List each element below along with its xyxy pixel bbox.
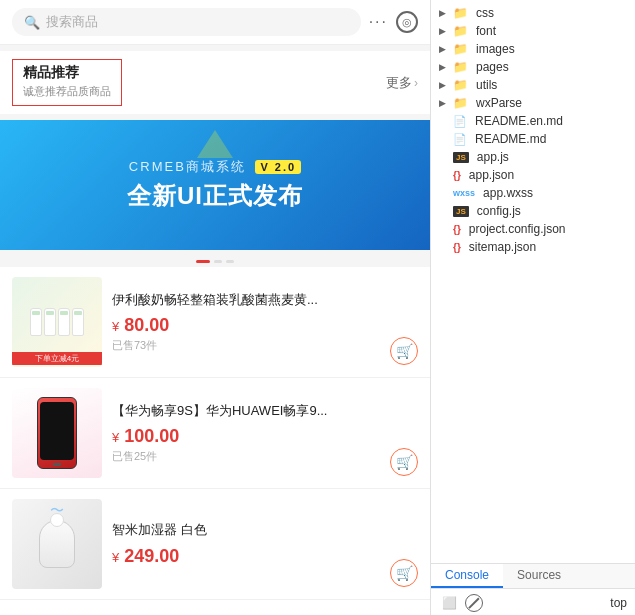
tree-item-app-json[interactable]: {}app.json bbox=[431, 166, 635, 184]
tree-item-app-js[interactable]: JSapp.js bbox=[431, 148, 635, 166]
product-list: 下单立减4元 伊利酸奶畅轻整箱装乳酸菌燕麦黄... ¥ 80.00 已售73件 … bbox=[0, 267, 430, 615]
banner-system-name: CRMEB商城系统 V 2.0 bbox=[127, 158, 303, 176]
price-symbol: ¥ bbox=[112, 550, 119, 565]
tree-label: app.json bbox=[469, 168, 514, 182]
banner: CRMEB商城系统 V 2.0 全新UI正式发布 bbox=[0, 120, 430, 250]
search-bar: 🔍 搜索商品 ··· ◎ bbox=[0, 0, 430, 45]
tree-label: sitemap.json bbox=[469, 240, 536, 254]
tree-item-sitemap-json[interactable]: {}sitemap.json bbox=[431, 238, 635, 256]
tree-label: font bbox=[476, 24, 496, 38]
tree-label: README.en.md bbox=[475, 114, 563, 128]
devtools-toolbar: ⬜ top bbox=[431, 589, 635, 615]
banner-version: V 2.0 bbox=[255, 160, 301, 174]
devtools-bottom: Console Sources ⬜ top bbox=[431, 563, 635, 615]
tree-item-readme-en-md[interactable]: 📄README.en.md bbox=[431, 112, 635, 130]
tree-item-font[interactable]: ▶📁font bbox=[431, 22, 635, 40]
milk-bottle bbox=[58, 308, 70, 336]
banner-pagination bbox=[0, 256, 430, 267]
list-item[interactable]: 【华为畅享9S】华为HUAWEI畅享9... ¥ 100.00 已售25件 🛒 bbox=[0, 378, 430, 489]
tree-arrow: ▶ bbox=[439, 98, 449, 108]
product-sold: 已售73件 bbox=[112, 338, 388, 353]
chevron-right-icon: › bbox=[414, 76, 418, 90]
tree-item-images[interactable]: ▶📁images bbox=[431, 40, 635, 58]
tree-item-wxparse[interactable]: ▶📁wxParse bbox=[431, 94, 635, 112]
tab-sources[interactable]: Sources bbox=[503, 564, 575, 588]
product-price: ¥ 249.00 bbox=[112, 546, 388, 567]
milk-bottles-decoration bbox=[30, 308, 84, 336]
pagination-dot bbox=[226, 260, 234, 263]
more-dots-icon[interactable]: ··· bbox=[369, 13, 388, 31]
devtools-tab-bar: Console Sources bbox=[431, 564, 635, 589]
tree-item-app-wxss[interactable]: wxssapp.wxss bbox=[431, 184, 635, 202]
tree-item-config-js[interactable]: JSconfig.js bbox=[431, 202, 635, 220]
folder-icon: 📁 bbox=[453, 60, 468, 74]
tree-label: pages bbox=[476, 60, 509, 74]
price-value: 249.00 bbox=[124, 546, 179, 566]
tree-label: app.wxss bbox=[483, 186, 533, 200]
section-header: 精品推荐 诚意推荐品质商品 更多 › bbox=[0, 51, 430, 114]
inspect-icon[interactable]: ⬜ bbox=[439, 593, 459, 613]
tree-label: app.js bbox=[477, 150, 509, 164]
clear-icon[interactable] bbox=[465, 594, 483, 612]
list-item[interactable]: 〜 智米加湿器 白色 ¥ 249.00 🛒 bbox=[0, 489, 430, 600]
tree-label: wxParse bbox=[476, 96, 522, 110]
json-icon: {} bbox=[453, 170, 461, 181]
section-title: 精品推荐 bbox=[23, 64, 111, 82]
tree-item-project-config-json[interactable]: {}project.config.json bbox=[431, 220, 635, 238]
wxss-icon: wxss bbox=[453, 188, 475, 198]
tree-label: css bbox=[476, 6, 494, 20]
mobile-preview-panel: 🔍 搜索商品 ··· ◎ 精品推荐 诚意推荐品质商品 更多 › CRMEB商城系… bbox=[0, 0, 430, 615]
section-title-box: 精品推荐 诚意推荐品质商品 bbox=[12, 59, 122, 106]
product-image-humidifier: 〜 bbox=[12, 499, 102, 589]
tree-label: project.config.json bbox=[469, 222, 566, 236]
product-price: ¥ 80.00 bbox=[112, 315, 388, 336]
price-symbol: ¥ bbox=[112, 430, 119, 445]
product-image-phone bbox=[12, 388, 102, 478]
add-to-cart-button[interactable]: 🛒 bbox=[390, 337, 418, 365]
more-link[interactable]: 更多 › bbox=[386, 74, 418, 92]
price-value: 80.00 bbox=[124, 315, 169, 335]
tree-item-pages[interactable]: ▶📁pages bbox=[431, 58, 635, 76]
tree-arrow: ▶ bbox=[439, 26, 449, 36]
folder-icon: 📁 bbox=[453, 78, 468, 92]
folder-icon: 📁 bbox=[453, 96, 468, 110]
tab-console[interactable]: Console bbox=[431, 564, 503, 588]
product-info: 智米加湿器 白色 ¥ 249.00 bbox=[112, 521, 418, 566]
pagination-dot bbox=[214, 260, 222, 263]
humidifier-decoration: 〜 bbox=[39, 520, 75, 568]
pagination-dot-active bbox=[196, 260, 210, 263]
search-placeholder: 搜索商品 bbox=[46, 13, 98, 31]
product-name: 智米加湿器 白色 bbox=[112, 521, 388, 539]
search-input-wrap[interactable]: 🔍 搜索商品 bbox=[12, 8, 361, 36]
add-to-cart-button[interactable]: 🛒 bbox=[390, 559, 418, 587]
tree-label: utils bbox=[476, 78, 497, 92]
milk-bottle bbox=[30, 308, 42, 336]
md-icon: 📄 bbox=[453, 115, 467, 128]
tree-arrow: ▶ bbox=[439, 8, 449, 18]
tree-item-readme-md[interactable]: 📄README.md bbox=[431, 130, 635, 148]
md-icon: 📄 bbox=[453, 133, 467, 146]
more-label: 更多 bbox=[386, 74, 412, 92]
folder-icon: 📁 bbox=[453, 42, 468, 56]
file-tree: ▶📁css▶📁font▶📁images▶📁pages▶📁utils▶📁wxPar… bbox=[431, 0, 635, 563]
phone-home-button bbox=[53, 463, 61, 466]
banner-content: CRMEB商城系统 V 2.0 全新UI正式发布 bbox=[127, 158, 303, 212]
tree-arrow: ▶ bbox=[439, 62, 449, 72]
camera-icon[interactable]: ◎ bbox=[396, 11, 418, 33]
product-info: 【华为畅享9S】华为HUAWEI畅享9... ¥ 100.00 已售25件 bbox=[112, 402, 418, 464]
json-icon: {} bbox=[453, 224, 461, 235]
tree-item-utils[interactable]: ▶📁utils bbox=[431, 76, 635, 94]
search-icon: 🔍 bbox=[24, 15, 40, 30]
banner-tagline: 全新UI正式发布 bbox=[127, 180, 303, 212]
add-to-cart-button[interactable]: 🛒 bbox=[390, 448, 418, 476]
tree-item-css[interactable]: ▶📁css bbox=[431, 4, 635, 22]
product-image-milk: 下单立减4元 bbox=[12, 277, 102, 367]
folder-icon: 📁 bbox=[453, 6, 468, 20]
list-item[interactable]: 下单立减4元 伊利酸奶畅轻整箱装乳酸菌燕麦黄... ¥ 80.00 已售73件 … bbox=[0, 267, 430, 378]
promo-tag: 下单立减4元 bbox=[12, 352, 102, 365]
tree-label: config.js bbox=[477, 204, 521, 218]
humidifier-top bbox=[50, 513, 64, 527]
milk-bottle bbox=[72, 308, 84, 336]
tree-label: README.md bbox=[475, 132, 546, 146]
product-name: 伊利酸奶畅轻整箱装乳酸菌燕麦黄... bbox=[112, 291, 388, 309]
